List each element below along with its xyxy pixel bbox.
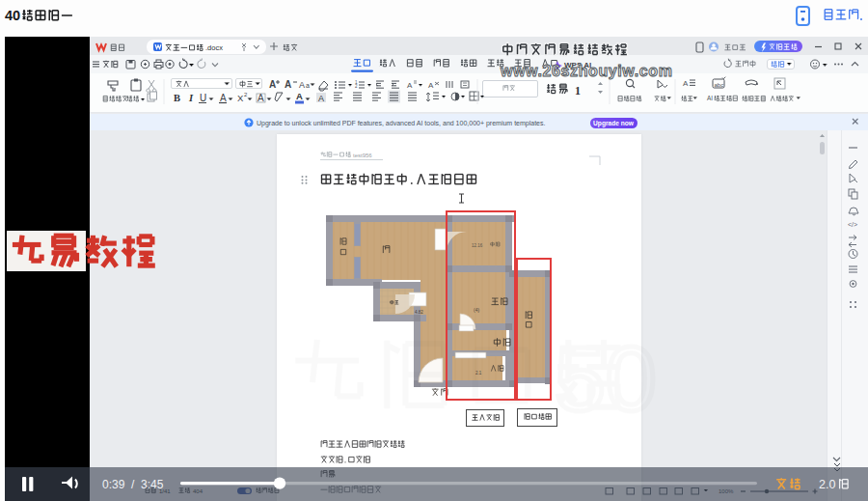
svg-text:0:39 / 3:45: 0:39 / 3:45 [102, 478, 164, 491]
svg-text:2.0: 2.0 [819, 478, 835, 491]
